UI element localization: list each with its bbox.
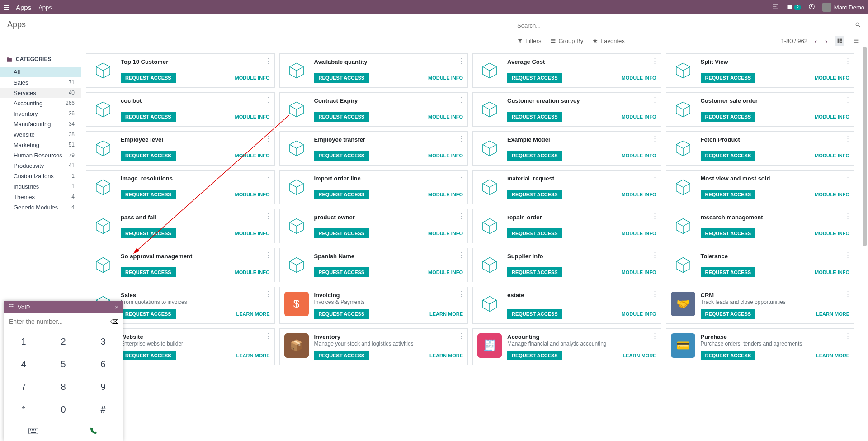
svg-rect-0 <box>773 5 778 5</box>
search-input[interactable] <box>517 22 855 29</box>
pager-next-icon[interactable]: › <box>824 36 828 46</box>
page-title: Apps <box>7 20 26 29</box>
sidebar: CATEGORIES AllSales71Services40Accountin… <box>0 47 81 48</box>
apps-grid-icon[interactable] <box>4 5 9 10</box>
control-panel: Apps Filters Group By Favorites <box>0 14 868 48</box>
user-menu[interactable]: Marc Demo <box>822 3 864 12</box>
filters-button[interactable]: Filters <box>517 38 541 44</box>
svg-rect-6 <box>551 39 556 40</box>
breadcrumb[interactable]: Apps <box>38 4 52 11</box>
activity-icon[interactable] <box>808 3 815 11</box>
voip-icon[interactable] <box>772 3 779 11</box>
avatar <box>822 3 831 12</box>
list-view-button[interactable] <box>851 36 861 46</box>
search-icon[interactable] <box>855 22 861 29</box>
topbar: Apps Apps 2 Marc Demo <box>0 0 868 14</box>
svg-line-5 <box>859 25 860 27</box>
kanban-content: Top 10 CustomerREQUEST ACCESSMODULE INFO… <box>81 47 868 48</box>
favorites-button[interactable]: Favorites <box>592 38 624 44</box>
svg-rect-11 <box>840 41 842 43</box>
svg-rect-12 <box>854 39 858 39</box>
svg-rect-1 <box>773 6 777 6</box>
messages-icon[interactable]: 2 <box>786 4 801 11</box>
pager[interactable]: 1-80 / 962 <box>781 38 807 44</box>
svg-rect-2 <box>773 8 778 8</box>
svg-rect-8 <box>551 42 556 43</box>
scrollbar[interactable] <box>863 47 867 48</box>
svg-rect-9 <box>837 38 839 43</box>
groupby-button[interactable]: Group By <box>550 38 583 44</box>
svg-rect-13 <box>854 40 858 41</box>
pager-prev-icon[interactable]: ‹ <box>814 36 818 46</box>
svg-rect-7 <box>551 40 556 41</box>
kanban-view-button[interactable] <box>835 36 844 46</box>
svg-rect-10 <box>840 38 842 40</box>
svg-rect-14 <box>854 42 858 42</box>
messages-badge: 2 <box>794 5 801 10</box>
user-name: Marc Demo <box>834 4 864 11</box>
app-brand[interactable]: Apps <box>16 4 31 11</box>
svg-point-4 <box>856 23 859 26</box>
